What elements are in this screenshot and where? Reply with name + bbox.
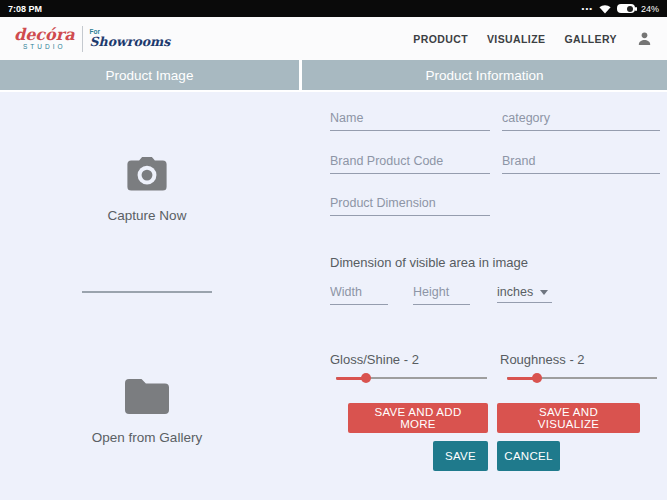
app-logo[interactable]: decóra STUDIO For Showrooms [14,26,170,52]
save-add-more-button[interactable]: SAVE AND ADD MORE [348,403,488,433]
logo-divider [82,26,83,52]
unit-selected-value: inches [497,285,533,299]
roughness-slider-label: Roughness - 2 [500,352,585,367]
roughness-slider-thumb[interactable] [532,373,542,383]
battery-icon [617,4,635,13]
width-input[interactable] [330,282,388,305]
logo-brand-text: decóra [14,27,75,43]
logo-studio-text: STUDIO [23,44,66,51]
panel-header-product-information: Product Information [302,60,667,90]
status-right-cluster: ••• 24% [582,4,659,14]
overflow-dots-icon: ••• [582,5,593,13]
left-panel-divider [82,291,212,293]
chevron-down-icon [540,290,548,295]
status-bar: 7:08 PM ••• 24% [0,0,667,17]
capture-now-button[interactable]: Capture Now [62,155,232,223]
brand-product-code-input[interactable] [330,151,490,174]
camera-icon [126,155,168,192]
gloss-slider[interactable] [336,372,487,384]
main-nav: PRODUCT VISUALIZE GALLERY [413,30,653,47]
dimension-section-label: Dimension of visible area in image [330,255,528,270]
name-input[interactable] [330,108,490,131]
account-icon[interactable] [636,30,653,47]
height-input[interactable] [413,282,470,305]
gloss-slider-thumb[interactable] [361,373,371,383]
panel-header-product-image: Product Image [0,60,299,90]
gloss-slider-label: Gloss/Shine - 2 [330,352,419,367]
unit-select[interactable]: inches [497,281,552,303]
category-input[interactable] [502,108,660,131]
logo-product-block: For Showrooms [90,29,171,49]
capture-now-label: Capture Now [62,208,232,223]
open-gallery-button[interactable]: Open from Gallery [62,379,232,445]
brand-input[interactable] [502,151,660,174]
roughness-slider[interactable] [507,372,657,384]
nav-item-gallery[interactable]: GALLERY [564,33,617,45]
wifi-icon [599,4,611,14]
cancel-button[interactable]: CANCEL [497,441,560,471]
app-bar: decóra STUDIO For Showrooms PRODUCT VISU… [0,17,667,60]
battery-percent: 24% [641,4,659,14]
save-visualize-button[interactable]: SAVE AND VISUALIZE [497,403,640,433]
save-button[interactable]: SAVE [433,441,488,471]
nav-item-visualize[interactable]: VISUALIZE [487,33,545,45]
product-dimension-input[interactable] [330,193,490,216]
folder-icon [125,379,169,414]
logo-product-text: Showrooms [90,36,171,49]
nav-item-product[interactable]: PRODUCT [413,33,468,45]
status-time: 7:08 PM [8,4,42,14]
logo-brand-block: decóra STUDIO [14,27,75,51]
open-gallery-label: Open from Gallery [62,430,232,445]
app-root: 7:08 PM ••• 24% decóra STUDIO For Showro… [0,0,667,500]
